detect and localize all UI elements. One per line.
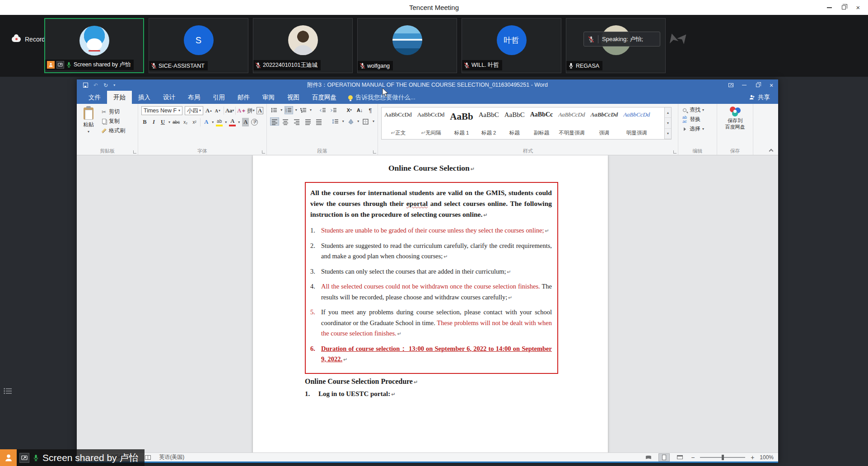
paragraph-dialog-launcher-icon[interactable] [373,150,376,154]
line-spacing-button[interactable] [331,117,340,126]
read-mode-button[interactable] [643,453,654,461]
styles-scroll-down-icon[interactable]: ▼ [665,118,671,128]
replace-button[interactable]: abac替换 [681,116,714,123]
multilevel-list-button[interactable] [299,106,308,114]
baidu-save-button[interactable]: 保存到百度网盘 [725,118,745,130]
document-page[interactable]: Online Course Selection↵All the courses … [253,155,608,452]
subscript-button[interactable]: x₂ [182,118,189,126]
select-button[interactable]: 选择▾ [681,125,714,133]
align-left-button[interactable] [270,117,279,126]
tab-邮件[interactable]: 邮件 [231,91,256,104]
participant-tile[interactable]: 202224010101王迪城 [253,18,353,73]
proofing-icon[interactable] [145,455,151,460]
justify-button[interactable] [303,117,313,126]
change-case-button[interactable]: Aa▾ [226,107,233,115]
tab-审阅[interactable]: 审阅 [256,91,281,104]
collapse-ribbon-icon[interactable] [769,149,774,154]
participant-tile[interactable]: SSICE-ASSISTANT [149,18,248,73]
borders-button[interactable] [361,117,370,126]
styles-gallery-expand-icon[interactable]: ▼ [665,129,671,139]
underline-button[interactable]: U [159,118,166,126]
enclose-characters-button[interactable]: 字 [251,118,258,126]
qat-customize-icon[interactable]: ▾ [113,84,115,87]
format-painter-button[interactable]: 格式刷 [101,127,125,135]
zoom-slider[interactable] [700,457,745,458]
language-status[interactable]: 英语(美国) [159,453,184,461]
minimize-button[interactable] [822,0,836,15]
numbering-button[interactable]: 123 [285,106,293,114]
font-size-select[interactable]: 小四▾ [185,106,203,115]
style-明显强调[interactable]: AaBbCcDd明显强调 [621,107,653,139]
participant-tile[interactable]: wolfgang [357,18,457,73]
clear-formatting-button[interactable]: A✦ [238,107,245,115]
participant-tile[interactable]: 叶哲WILL. 叶哲 [462,18,561,73]
phonetic-guide-button[interactable]: 拼▾ [247,107,254,115]
tab-设计[interactable]: 设计 [157,91,182,104]
baidu-netdisk-icon[interactable] [730,107,741,116]
italic-button[interactable]: I [150,118,157,126]
sort-button[interactable]: A↓ [356,106,364,114]
print-layout-button[interactable] [658,453,670,461]
tab-布局[interactable]: 布局 [182,91,206,104]
style-标题 2[interactable]: AaBbC标题 2 [476,107,502,139]
undo-icon[interactable]: ↶ [93,83,98,88]
superscript-button[interactable]: x² [191,118,198,126]
text-effects-button[interactable]: A [203,118,210,126]
decrease-indent-button[interactable] [319,106,327,114]
styles-scroll-up-icon[interactable]: ▲ [665,107,671,118]
styles-gallery-scrollbar[interactable]: ▲ ▼ ▼ [665,107,672,140]
show-marks-button[interactable]: ¶ [366,106,374,114]
style-不明显强调[interactable]: AaBbCcDd不明显强调 [555,107,588,139]
ribbon-display-options-button[interactable] [724,79,737,91]
style-正文[interactable]: AaBbCcDd↵正文 [382,107,415,139]
shrink-font-button[interactable]: A▼ [215,107,221,115]
asian-layout-button[interactable]: X▾ [345,106,353,114]
text-highlight-button[interactable]: ab [216,118,223,126]
zoom-level[interactable]: 100% [760,454,774,461]
clipboard-dialog-launcher-icon[interactable] [133,150,136,154]
word-restore-button[interactable] [751,79,765,91]
bold-button[interactable]: B [141,118,148,126]
word-minimize-button[interactable] [737,79,751,91]
font-color-button[interactable]: A [229,118,236,126]
tab-开始[interactable]: 开始 [107,91,132,104]
tab-视图[interactable]: 视图 [281,91,306,104]
find-button[interactable]: 查找▾ [681,106,714,114]
word-close-button[interactable]: × [765,79,778,91]
restore-button[interactable] [836,0,851,15]
style-标题[interactable]: AaBbC标题 [502,107,527,139]
style-标题 1[interactable]: AaBb标题 1 [447,107,476,139]
shading-button[interactable] [346,117,355,126]
bullets-button[interactable] [270,106,278,114]
web-layout-button[interactable] [674,453,686,461]
participant-tile[interactable]: Screen shared by 卢怡 [44,18,144,73]
align-center-button[interactable] [281,117,290,126]
increase-indent-button[interactable] [330,106,338,114]
document-canvas[interactable]: Online Course Selection↵All the courses … [77,155,778,452]
font-dialog-launcher-icon[interactable] [262,150,265,154]
cut-button[interactable]: ✂剪切 [101,108,125,116]
save-icon[interactable] [83,83,88,88]
panel-toggle-icon[interactable] [4,387,13,396]
close-button[interactable]: × [851,0,865,15]
distribute-button[interactable] [315,117,324,126]
style-强调[interactable]: AaBbCcDd强调 [588,107,621,139]
tab-百度网盘[interactable]: 百度网盘 [306,91,343,104]
tab-文件[interactable]: 文件 [82,91,107,104]
redo-icon[interactable]: ↻ [103,83,108,88]
share-button[interactable]: 共享 [741,91,778,104]
strikethrough-button[interactable]: abc [173,118,180,126]
styles-dialog-launcher-icon[interactable] [673,150,677,154]
font-family-select[interactable]: Times New F▾ [141,106,182,115]
style-无间隔[interactable]: AaBbCcDd↵无间隔 [415,107,448,139]
zoom-slider-thumb[interactable] [722,455,724,460]
paste-button[interactable]: 粘贴 ▾ [80,106,97,148]
align-right-button[interactable] [292,117,301,126]
zoom-in-button[interactable]: + [750,454,755,461]
character-shading-button[interactable]: A [242,118,249,126]
tab-插入[interactable]: 插入 [132,91,157,104]
copy-button[interactable]: 复制 [101,117,125,125]
character-border-button[interactable]: A [257,107,263,114]
grow-font-button[interactable]: A▲ [205,107,212,115]
zoom-out-button[interactable]: − [690,454,695,461]
